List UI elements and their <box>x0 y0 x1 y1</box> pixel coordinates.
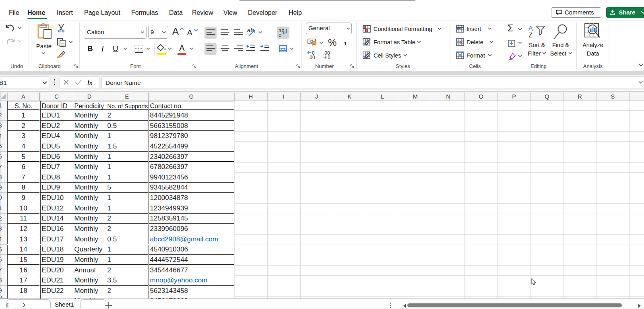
svg-text:.00: .00 <box>308 55 315 60</box>
svg-text:Z: Z <box>528 32 533 39</box>
svg-text:c: c <box>279 32 281 38</box>
svg-text:0: 0 <box>328 55 330 60</box>
svg-text:A: A <box>528 25 533 32</box>
svg-text:x: x <box>460 39 463 45</box>
